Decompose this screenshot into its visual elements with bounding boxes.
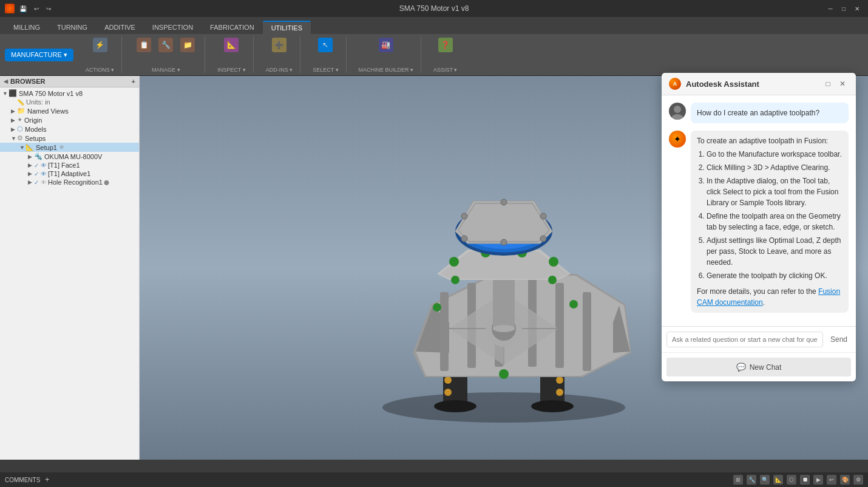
- redo-quick-btn[interactable]: ↪: [44, 4, 53, 13]
- browser-add-btn[interactable]: +: [132, 78, 135, 85]
- tree-root[interactable]: ▼ ⬛ SMA 750 Motor v1 v8: [0, 89, 139, 98]
- send-button[interactable]: Send: [827, 333, 851, 346]
- actions-icon: ⚡: [93, 38, 107, 52]
- machinebuilder-items: 🏭: [376, 36, 396, 53]
- new-chat-label: New Chat: [750, 363, 782, 372]
- tree-models-label: Models: [25, 126, 46, 133]
- addins-label[interactable]: ADD-INS ▾: [266, 67, 293, 73]
- addins-btn[interactable]: ➕: [270, 36, 289, 53]
- tree-adaptive1[interactable]: ▶ ✓ 👁 [T1] Adaptive1: [0, 169, 139, 178]
- status-right: ⊞ 🔧 🔍 📐 ⬡ 🔲 ▶ ↩ 🎨 ⚙: [733, 475, 863, 485]
- chat-input-field[interactable]: [666, 332, 823, 347]
- tree-origin-label: Origin: [24, 117, 42, 124]
- title-bar-left: 💾 ↩ ↪: [5, 4, 53, 13]
- select-label[interactable]: SELECT ▾: [313, 67, 338, 73]
- svg-point-38: [499, 369, 509, 379]
- chat-body: How do I create an adaptive toolpath? ✦ …: [662, 95, 856, 326]
- status-left: COMMENTS +: [5, 475, 52, 484]
- tree-setups[interactable]: ▼ ⚙ Setups: [0, 134, 139, 143]
- user-avatar: [669, 103, 686, 120]
- maximize-btn[interactable]: □: [838, 2, 850, 15]
- status-icon-9[interactable]: 🎨: [840, 475, 850, 485]
- new-chat-button[interactable]: 💬 New Chat: [666, 358, 851, 376]
- actions-label[interactable]: ACTIONS ▾: [86, 67, 115, 73]
- status-icon-7[interactable]: ▶: [813, 475, 823, 485]
- chat-close-btn[interactable]: ✕: [836, 78, 849, 90]
- status-icon-5[interactable]: ⬡: [787, 475, 796, 485]
- svg-point-48: [501, 239, 507, 245]
- browser-title: BROWSER: [10, 78, 45, 85]
- svg-marker-42: [455, 201, 552, 244]
- tree-machine[interactable]: ▶ 🔩 OKUMA MU-8000V: [0, 152, 139, 161]
- tab-turning[interactable]: TURNING: [49, 21, 96, 34]
- undo-quick-btn[interactable]: ↩: [32, 4, 41, 13]
- tree-named-views[interactable]: ▶ 📁 Named Views: [0, 106, 139, 115]
- svg-point-44: [461, 213, 467, 219]
- chat-header: A Autodesk Assistant □ ✕: [662, 73, 856, 95]
- comments-label: COMMENTS: [5, 477, 40, 483]
- manage-btn1[interactable]: 📋: [134, 36, 154, 53]
- ribbon-group-machinebuilder: 🏭 MACHINE BUILDER ▾: [356, 36, 422, 73]
- tab-utilities[interactable]: UTILITIES: [263, 21, 311, 34]
- actions-btn[interactable]: ⚡: [90, 36, 110, 53]
- ribbon-tabs: MILLING TURNING ADDITIVE INSPECTION FABR…: [0, 17, 868, 34]
- svg-point-7: [556, 389, 563, 396]
- status-icon-8[interactable]: ↩: [827, 475, 836, 485]
- assistant-steps-list: Go to the Manufacture workspace toolbar.…: [697, 149, 843, 281]
- tree-setups-label: Setups: [25, 135, 46, 142]
- tree-hole-recog1[interactable]: ▶ ✓ 👁 Hole Recognition1 ⬤: [0, 178, 139, 186]
- tree-origin[interactable]: ▶ ✦ Origin: [0, 115, 139, 124]
- assistant-step-2: Click Milling > 3D > Adaptive Clearing.: [707, 162, 843, 173]
- title-bar-controls: ─ □ ✕: [824, 2, 863, 15]
- status-icon-6[interactable]: 🔲: [800, 475, 810, 485]
- machinebuilder-icon: 🏭: [379, 38, 393, 52]
- assistant-step-6: Generate the toolpath by clicking OK.: [707, 270, 843, 281]
- manage-btn3[interactable]: 📁: [178, 36, 197, 53]
- tab-milling[interactable]: MILLING: [5, 21, 49, 34]
- status-icon-2[interactable]: 🔧: [747, 475, 756, 485]
- tab-fabrication[interactable]: FABRICATION: [202, 21, 263, 34]
- comments-add-icon[interactable]: +: [42, 475, 52, 484]
- inspect-items: 📐: [222, 36, 241, 53]
- assistant-message-bubble: To create an adaptive toolpath in Fusion…: [691, 131, 849, 313]
- minimize-btn[interactable]: ─: [824, 2, 836, 15]
- ribbon: MILLING TURNING ADDITIVE INSPECTION FABR…: [0, 17, 868, 76]
- assistant-avatar: ✦: [669, 131, 686, 148]
- tree-face1[interactable]: ▶ ✓ 👁 [T1] Face1: [0, 161, 139, 169]
- save-quick-btn[interactable]: 💾: [17, 4, 29, 13]
- status-icon-4[interactable]: 📐: [773, 475, 783, 485]
- status-icon-1[interactable]: ⊞: [733, 475, 743, 485]
- svg-rect-17: [555, 283, 564, 368]
- assistant-step-5: Adjust settings like Optimal Load, Z dep…: [707, 235, 843, 268]
- machinebuilder-label[interactable]: MACHINE BUILDER ▾: [359, 67, 414, 73]
- inspect-btn[interactable]: 📐: [222, 36, 241, 53]
- machinebuilder-btn[interactable]: 🏭: [376, 36, 396, 53]
- tree-adaptive1-label: [T1] Adaptive1: [48, 170, 90, 177]
- select-items: ↖: [316, 36, 335, 53]
- chat-minimize-btn[interactable]: □: [822, 78, 834, 90]
- title-bar: 💾 ↩ ↪ SMA 750 Motor v1 v8 ─ □ ✕: [0, 0, 868, 17]
- select-btn[interactable]: ↖: [316, 36, 335, 53]
- svg-point-33: [549, 257, 558, 267]
- tab-inspection[interactable]: INSPECTION: [144, 21, 202, 34]
- svg-point-27: [493, 325, 515, 332]
- manufacture-dropdown-btn[interactable]: MANUFACTURE ▾: [5, 49, 73, 61]
- manage-btn2[interactable]: 🔧: [156, 36, 175, 53]
- tab-additive[interactable]: ADDITIVE: [96, 21, 144, 34]
- assist-btn[interactable]: ❓: [436, 36, 455, 53]
- manage-icon3: 📁: [180, 38, 195, 52]
- status-icon-3[interactable]: 🔍: [760, 475, 770, 485]
- tree-models[interactable]: ▶ ⬡ Models: [0, 124, 139, 134]
- svg-point-36: [548, 276, 557, 284]
- status-icon-10[interactable]: ⚙: [853, 475, 863, 485]
- tree-setup1[interactable]: ▼ 📐 Setup1 ⚙: [0, 143, 139, 152]
- close-btn[interactable]: ✕: [851, 2, 863, 15]
- manage-icon2: 🔧: [158, 38, 173, 52]
- svg-rect-13: [440, 292, 449, 371]
- assistant-step-3: In the Adaptive dialog, on the Tool tab,…: [707, 175, 843, 208]
- manage-label[interactable]: MANAGE ▾: [152, 67, 180, 73]
- inspect-label[interactable]: INSPECT ▾: [217, 67, 245, 73]
- tree-hole-recog1-label: Hole Recognition1: [48, 179, 103, 186]
- assist-label[interactable]: ASSIST ▾: [433, 67, 457, 73]
- chat-header-controls: □ ✕: [822, 78, 849, 90]
